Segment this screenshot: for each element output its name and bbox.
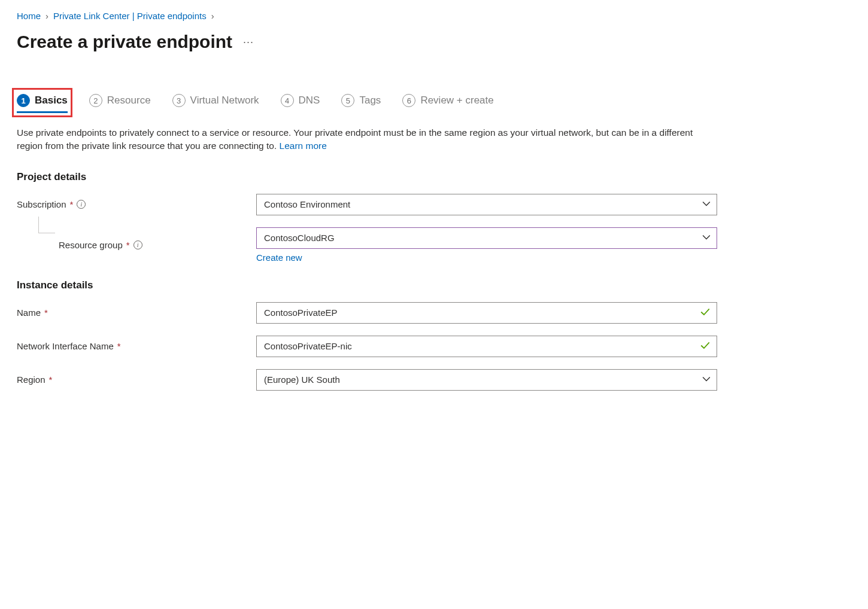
resource-group-select[interactable]: ContosoCloudRG: [256, 227, 717, 249]
label-nic-name: Network Interface Name *: [17, 341, 256, 351]
step-number-badge: 1: [17, 94, 30, 107]
tab-description: Use private endpoints to privately conne…: [17, 126, 711, 153]
breadcrumb-home[interactable]: Home: [17, 11, 41, 21]
tab-dns[interactable]: 4 DNS: [281, 94, 320, 112]
check-icon: [700, 340, 711, 352]
nic-name-input[interactable]: ContosoPrivateEP-nic: [256, 336, 717, 357]
tab-label: Virtual Network: [190, 95, 259, 106]
tab-label: Tags: [359, 95, 381, 106]
learn-more-link[interactable]: Learn more: [280, 141, 327, 151]
name-input[interactable]: ContosoPrivateEP: [256, 302, 717, 324]
subscription-select[interactable]: Contoso Environment: [256, 194, 717, 215]
info-icon[interactable]: i: [77, 200, 86, 209]
chevron-down-icon: [702, 233, 711, 243]
create-new-resource-group-link[interactable]: Create new: [256, 252, 302, 263]
step-number-badge: 5: [341, 94, 354, 107]
wizard-tabs: 1 Basics 2 Resource 3 Virtual Network 4 …: [17, 94, 851, 112]
check-icon: [700, 306, 711, 319]
chevron-down-icon: [702, 199, 711, 209]
step-number-badge: 4: [281, 94, 294, 107]
region-select[interactable]: (Europe) UK South: [256, 369, 717, 391]
chevron-down-icon: [702, 374, 711, 385]
tab-virtual-network[interactable]: 3 Virtual Network: [172, 94, 259, 112]
chevron-right-icon: ›: [211, 11, 214, 21]
tab-resource[interactable]: 2 Resource: [89, 94, 151, 112]
tab-label: Basics: [35, 95, 68, 106]
required-indicator: *: [117, 341, 121, 351]
required-indicator: *: [126, 240, 130, 250]
tab-basics[interactable]: 1 Basics: [17, 94, 68, 112]
required-indicator: *: [44, 307, 48, 318]
more-actions-icon[interactable]: ···: [243, 36, 254, 48]
label-resource-group: Resource group * i: [17, 240, 256, 250]
tab-tags[interactable]: 5 Tags: [341, 94, 381, 112]
section-project-details: Project details: [17, 171, 851, 183]
breadcrumb-private-link-center[interactable]: Private Link Center | Private endpoints: [53, 11, 207, 21]
page-title: Create a private endpoint: [17, 32, 232, 52]
section-instance-details: Instance details: [17, 279, 851, 291]
tab-label: Resource: [107, 95, 151, 106]
tab-label: Review + create: [420, 95, 493, 106]
breadcrumb: Home › Private Link Center | Private end…: [17, 11, 851, 21]
step-number-badge: 6: [402, 94, 415, 107]
tree-connector-icon: [38, 217, 55, 233]
tab-review-create[interactable]: 6 Review + create: [402, 94, 493, 112]
required-indicator: *: [49, 374, 53, 385]
chevron-right-icon: ›: [45, 11, 48, 21]
tab-label: DNS: [299, 95, 320, 106]
label-name: Name *: [17, 307, 256, 318]
step-number-badge: 2: [89, 94, 102, 107]
step-number-badge: 3: [172, 94, 186, 107]
label-subscription: Subscription * i: [17, 199, 256, 209]
label-region: Region *: [17, 374, 256, 385]
info-icon[interactable]: i: [133, 240, 142, 249]
required-indicator: *: [70, 199, 74, 209]
